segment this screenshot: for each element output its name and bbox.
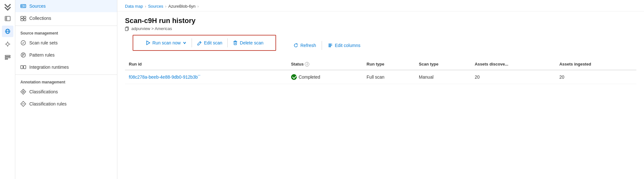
edit-columns-button[interactable]: Edit columns xyxy=(323,41,365,50)
svg-rect-37 xyxy=(234,42,237,45)
run-scan-label: Run scan now xyxy=(152,40,181,45)
action-toolbar: Run scan now Edit scan xyxy=(133,35,276,51)
copy-icon xyxy=(125,27,129,31)
sidebar-item-pattern-rules[interactable]: Pattern rules xyxy=(15,49,117,61)
expand-icon[interactable] xyxy=(2,3,13,10)
svg-rect-28 xyxy=(21,66,23,69)
refresh-label: Refresh xyxy=(300,43,316,48)
integration-runtimes-icon xyxy=(20,64,26,70)
sidebar-divider-1 xyxy=(15,26,117,26)
edit-columns-icon xyxy=(328,43,333,48)
status-completed-icon xyxy=(291,74,297,80)
sidebar-item-classification-rules[interactable]: Classification rules xyxy=(15,98,117,110)
table-container: Run id Status i Run type xyxy=(117,58,644,84)
sidebar-item-collections-label: Collections xyxy=(29,16,51,21)
status-cell: Completed xyxy=(291,74,359,80)
annotation-management-header: Annotation management xyxy=(15,76,117,86)
page-subtitle-text: adpurview > Americas xyxy=(131,26,172,31)
svg-point-7 xyxy=(6,43,9,45)
toolbar-divider-2 xyxy=(227,38,228,47)
svg-point-31 xyxy=(23,91,24,93)
run-id-link[interactable]: f08c278a-beeb-4e88-9db0-912b3b¯ xyxy=(129,74,200,80)
sidebar-item-collections[interactable]: Collections xyxy=(15,12,117,24)
refresh-icon xyxy=(293,43,298,48)
sidebar-item-sources-label: Sources xyxy=(29,4,46,9)
col-header-assets-ingested: Assets ingested xyxy=(555,58,636,70)
main-content: Data map › Sources › AzureBlob-6yn › Sca… xyxy=(117,0,644,179)
edit-scan-icon xyxy=(197,40,202,45)
col-header-run-id: Run id xyxy=(125,58,287,70)
breadcrumb-azure-blob: AzureBlob-6yn xyxy=(168,4,195,9)
status-text: Completed xyxy=(299,74,320,80)
svg-rect-20 xyxy=(21,19,23,21)
svg-point-16 xyxy=(21,5,23,7)
col-header-run-type: Run type xyxy=(363,58,415,70)
edit-scan-button[interactable]: Edit scan xyxy=(193,38,227,48)
sidebar-divider-2 xyxy=(15,74,117,75)
svg-rect-21 xyxy=(24,16,26,18)
svg-rect-12 xyxy=(5,55,10,56)
sidebar-item-scan-rule-sets[interactable]: Scan rule sets xyxy=(15,37,117,49)
breadcrumb-sep-2: › xyxy=(165,4,166,9)
toolbar-row: Run scan now Edit scan xyxy=(117,35,644,56)
breadcrumb-sources[interactable]: Sources xyxy=(148,4,163,9)
outer-toolbar-divider xyxy=(322,41,322,50)
icon-rail xyxy=(0,0,15,179)
cell-run-type: Full scan xyxy=(363,70,415,84)
table-header-row: Run id Status i Run type xyxy=(125,58,636,70)
sidebar-item-sources[interactable]: Sources xyxy=(15,0,117,12)
svg-rect-22 xyxy=(24,19,26,21)
insights-nav-icon[interactable] xyxy=(2,38,13,50)
sidebar-item-classifications[interactable]: Classifications xyxy=(15,86,117,98)
refresh-button[interactable]: Refresh xyxy=(289,41,320,50)
sidebar-item-integration-runtimes[interactable]: Integration runtimes xyxy=(15,61,117,73)
page-title: Scan-c9H run history xyxy=(125,17,636,25)
svg-rect-34 xyxy=(125,27,128,31)
page-subtitle: adpurview > Americas xyxy=(125,26,636,31)
svg-rect-0 xyxy=(5,16,10,21)
svg-marker-35 xyxy=(147,41,150,45)
status-info-icon[interactable]: i xyxy=(305,62,309,66)
delete-scan-label: Delete scan xyxy=(240,40,263,45)
run-scan-icon xyxy=(145,40,150,45)
data-map-nav-icon[interactable] xyxy=(2,26,13,37)
cell-status: Completed xyxy=(287,70,363,84)
source-management-header: Source management xyxy=(15,27,117,37)
breadcrumb: Data map › Sources › AzureBlob-6yn › xyxy=(117,0,644,12)
page-header: Scan-c9H run history adpurview > America… xyxy=(117,12,644,35)
breadcrumb-sep-1: › xyxy=(145,4,146,9)
data-catalog-nav-icon[interactable] xyxy=(2,13,13,24)
table-row: f08c278a-beeb-4e88-9db0-912b3b¯ Complete… xyxy=(125,70,636,84)
svg-rect-14 xyxy=(5,58,8,59)
classifications-icon xyxy=(20,89,26,95)
sidebar-item-classification-rules-label: Classification rules xyxy=(29,101,67,106)
sidebar: Sources Collections Source management Sc… xyxy=(15,0,117,179)
delete-scan-icon xyxy=(233,40,238,45)
outer-toolbar: Refresh Edit columns xyxy=(289,38,365,53)
run-scan-dropdown-icon xyxy=(183,41,187,45)
delete-scan-button[interactable]: Delete scan xyxy=(228,38,268,48)
toolbar-divider-1 xyxy=(192,38,192,47)
cell-assets-ingested: 20 xyxy=(555,70,636,84)
edit-columns-label: Edit columns xyxy=(335,43,360,48)
management-nav-icon[interactable] xyxy=(2,51,13,63)
col-header-assets-discovered: Assets discove... xyxy=(471,58,555,70)
classification-rules-icon xyxy=(20,101,26,107)
scan-rule-sets-icon xyxy=(20,40,26,46)
cell-assets-discovered: 20 xyxy=(471,70,555,84)
sidebar-item-classifications-label: Classifications xyxy=(29,89,58,94)
col-header-status: Status i xyxy=(287,58,363,70)
run-scan-now-button[interactable]: Run scan now xyxy=(141,38,191,48)
col-header-scan-type: Scan type xyxy=(415,58,471,70)
pattern-rules-icon xyxy=(20,52,26,58)
scan-runs-table: Run id Status i Run type xyxy=(125,58,636,84)
breadcrumb-data-map[interactable]: Data map xyxy=(125,4,143,9)
cell-scan-type: Manual xyxy=(415,70,471,84)
sources-icon xyxy=(20,3,26,9)
collections-icon xyxy=(20,15,26,21)
breadcrumb-sep-3: › xyxy=(197,4,199,9)
svg-rect-13 xyxy=(5,57,10,58)
sidebar-item-pattern-rules-label: Pattern rules xyxy=(29,52,55,58)
sidebar-item-scan-rule-sets-label: Scan rule sets xyxy=(29,40,58,45)
sidebar-item-integration-runtimes-label: Integration runtimes xyxy=(29,65,69,70)
